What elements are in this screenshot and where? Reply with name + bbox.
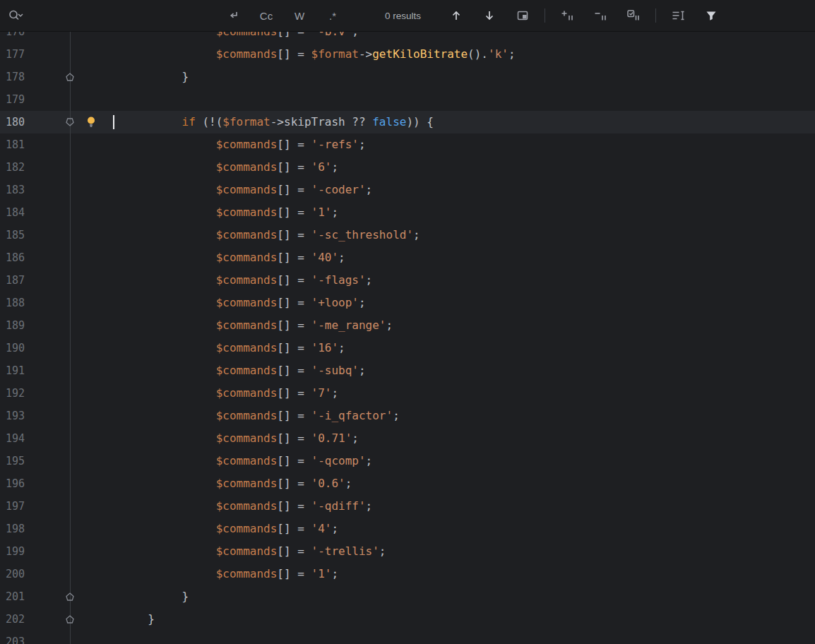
code-text[interactable]: $commands[] = '-trellis'; xyxy=(80,540,386,563)
code-line[interactable]: 176 $commands[] = '-b:v'; xyxy=(0,32,815,43)
code-text[interactable]: $commands[] = '-me_range'; xyxy=(80,314,393,337)
code-line[interactable]: 184 $commands[] = '1'; xyxy=(0,201,815,224)
code-text[interactable]: $commands[] = '-coder'; xyxy=(80,179,372,201)
line-number[interactable]: 201 xyxy=(6,585,48,608)
code-line[interactable]: 185 $commands[] = '-sc_threshold'; xyxy=(0,224,815,246)
line-number[interactable]: 176 xyxy=(6,32,48,43)
lightbulb-icon[interactable] xyxy=(85,116,97,129)
line-number[interactable]: 203 xyxy=(6,631,48,644)
code-line[interactable]: 194 $commands[] = '0.71'; xyxy=(0,427,815,450)
code-text[interactable]: $commands[] = '6'; xyxy=(80,156,338,179)
code-text[interactable]: } xyxy=(80,608,155,631)
add-occurrence-icon[interactable] xyxy=(555,6,579,25)
code-text[interactable]: $commands[] = '-flags'; xyxy=(80,269,372,292)
code-text[interactable]: $commands[] = '-sc_threshold'; xyxy=(80,224,420,246)
code-line[interactable]: 177 $commands[] = $format->getKiloBitrat… xyxy=(0,43,815,66)
code-text[interactable]: $commands[] = '1'; xyxy=(80,563,338,585)
code-line[interactable]: 200 $commands[] = '1'; xyxy=(0,563,815,585)
line-number[interactable]: 192 xyxy=(6,382,48,405)
line-number[interactable]: 190 xyxy=(6,337,48,359)
line-number[interactable]: 188 xyxy=(6,292,48,314)
line-number[interactable]: 185 xyxy=(6,224,48,246)
next-occurrence-icon[interactable] xyxy=(477,6,501,25)
code-line[interactable]: 201 } xyxy=(0,585,815,608)
line-number[interactable]: 184 xyxy=(6,201,48,224)
code-text[interactable]: $commands[] = '-i_qfactor'; xyxy=(80,405,400,427)
line-number[interactable]: 197 xyxy=(6,495,48,518)
code-line[interactable]: 193 $commands[] = '-i_qfactor'; xyxy=(0,405,815,427)
code-text[interactable]: $commands[] = '1'; xyxy=(80,201,338,224)
code-text[interactable]: $commands[] = '-qcomp'; xyxy=(80,450,372,472)
code-text[interactable]: $commands[] = '0.6'; xyxy=(80,472,352,495)
code-text[interactable]: $commands[] = '-b:v'; xyxy=(80,32,359,43)
line-number[interactable]: 178 xyxy=(6,66,48,88)
line-number[interactable]: 181 xyxy=(6,133,48,156)
code-line[interactable]: 199 $commands[] = '-trellis'; xyxy=(0,540,815,563)
fold-marker-up-icon[interactable] xyxy=(65,72,75,82)
code-text[interactable]: $commands[] = $format->getKiloBitrate().… xyxy=(80,43,516,66)
line-number[interactable]: 186 xyxy=(6,246,48,269)
code-editor[interactable]: 176 $commands[] = '-b:v';177 $commands[]… xyxy=(0,32,815,644)
code-line[interactable]: 182 $commands[] = '6'; xyxy=(0,156,815,179)
search-in-selection-icon[interactable] xyxy=(666,6,690,25)
line-number[interactable]: 180 xyxy=(6,111,48,133)
code-line[interactable]: 190 $commands[] = '16'; xyxy=(0,337,815,359)
line-number[interactable]: 202 xyxy=(6,608,48,631)
line-number[interactable]: 200 xyxy=(6,563,48,585)
code-line[interactable]: 178 } xyxy=(0,66,815,88)
fold-marker-up-icon[interactable] xyxy=(65,614,75,624)
code-line[interactable]: 195 $commands[] = '-qcomp'; xyxy=(0,450,815,472)
line-number[interactable]: 191 xyxy=(6,359,48,382)
code-line[interactable]: 180 if (!($format->skipTrash ?? false)) … xyxy=(0,111,815,133)
line-number[interactable]: 196 xyxy=(6,472,48,495)
code-line[interactable]: 189 $commands[] = '-me_range'; xyxy=(0,314,815,337)
search-icon[interactable] xyxy=(6,6,25,25)
words-toggle[interactable]: W xyxy=(287,6,311,25)
code-text[interactable]: $commands[] = '-refs'; xyxy=(80,133,366,156)
code-text[interactable]: $commands[] = '7'; xyxy=(80,382,338,405)
code-line[interactable]: 188 $commands[] = '+loop'; xyxy=(0,292,815,314)
code-line[interactable]: 187 $commands[] = '-flags'; xyxy=(0,269,815,292)
code-text[interactable]: } xyxy=(80,66,189,88)
code-text[interactable]: if (!($format->skipTrash ?? false)) { xyxy=(80,111,434,133)
code-text[interactable]: $commands[] = '0.71'; xyxy=(80,427,359,450)
code-line[interactable]: 202 } xyxy=(0,608,815,631)
insert-newline-icon[interactable] xyxy=(221,6,245,25)
line-number[interactable]: 189 xyxy=(6,314,48,337)
code-text[interactable]: $commands[] = '-qdiff'; xyxy=(80,495,372,518)
search-input[interactable] xyxy=(25,6,215,25)
line-number[interactable]: 187 xyxy=(6,269,48,292)
code-text[interactable]: } xyxy=(80,585,189,608)
code-line[interactable]: 183 $commands[] = '-coder'; xyxy=(0,179,815,201)
code-text[interactable]: $commands[] = '+loop'; xyxy=(80,292,366,314)
line-number[interactable]: 198 xyxy=(6,518,48,540)
code-text[interactable]: $commands[] = '16'; xyxy=(80,337,345,359)
code-line[interactable]: 191 $commands[] = '-subq'; xyxy=(0,359,815,382)
filter-icon[interactable] xyxy=(699,6,723,25)
code-text[interactable]: $commands[] = '-subq'; xyxy=(80,359,366,382)
line-number[interactable]: 182 xyxy=(6,156,48,179)
line-number[interactable]: 183 xyxy=(6,179,48,201)
code-line[interactable]: 192 $commands[] = '7'; xyxy=(0,382,815,405)
line-number[interactable]: 199 xyxy=(6,540,48,563)
line-number[interactable]: 195 xyxy=(6,450,48,472)
line-number[interactable]: 193 xyxy=(6,405,48,427)
code-text[interactable]: $commands[] = '40'; xyxy=(80,246,345,269)
code-line[interactable]: 197 $commands[] = '-qdiff'; xyxy=(0,495,815,518)
select-all-occurrences-icon[interactable] xyxy=(621,6,646,25)
fold-marker-up-icon[interactable] xyxy=(65,592,75,602)
code-line[interactable]: 203 xyxy=(0,631,815,644)
code-line[interactable]: 198 $commands[] = '4'; xyxy=(0,518,815,540)
code-text[interactable]: $commands[] = '4'; xyxy=(80,518,338,540)
line-number[interactable]: 179 xyxy=(6,88,48,111)
previous-occurrence-icon[interactable] xyxy=(444,6,468,25)
line-number[interactable]: 177 xyxy=(6,43,48,66)
code-line[interactable]: 181 $commands[] = '-refs'; xyxy=(0,133,815,156)
line-number[interactable]: 194 xyxy=(6,427,48,450)
code-line[interactable]: 179 xyxy=(0,88,815,111)
fold-marker-down-icon[interactable] xyxy=(65,117,75,127)
regex-toggle[interactable]: .* xyxy=(321,6,345,25)
remove-occurrence-icon[interactable] xyxy=(588,6,612,25)
open-in-find-window-icon[interactable] xyxy=(511,6,535,25)
code-line[interactable]: 196 $commands[] = '0.6'; xyxy=(0,472,815,495)
